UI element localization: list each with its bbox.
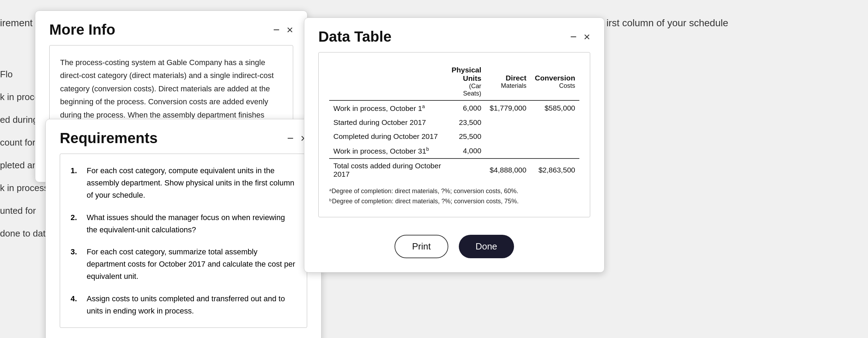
req-text-3: For each cost category, summarize total … <box>87 246 296 283</box>
requirements-title: Requirements <box>60 130 158 147</box>
td-label-total: Total costs added during October 2017 <box>329 159 447 181</box>
td-dm-4 <box>485 143 530 159</box>
td-cc-total: $2,863,500 <box>530 159 579 181</box>
more-info-controls: − × <box>273 24 293 35</box>
table-row-2: Started during October 2017 23,500 <box>329 115 579 129</box>
requirements-list-box: 1. For each cost category, compute equiv… <box>60 154 307 328</box>
data-table-close-button[interactable]: × <box>584 31 590 42</box>
data-table-print-button[interactable]: Print <box>395 235 448 258</box>
td-units-4: 4,000 <box>447 143 485 159</box>
th-description <box>329 63 447 100</box>
td-cc-1: $585,000 <box>530 100 579 115</box>
th-conversion-costs: Conversion Costs <box>530 63 579 100</box>
footnote-b: ᵇDegree of completion: direct materials,… <box>329 196 579 206</box>
td-dm-3 <box>485 129 530 143</box>
req-number-2: 2. <box>71 211 81 236</box>
bg-column-text: irst column of your schedule <box>606 17 728 29</box>
td-dm-2 <box>485 115 530 129</box>
td-label-3: Completed during October 2017 <box>329 129 447 143</box>
td-units-2: 23,500 <box>447 115 485 129</box>
footnote-a: ᵃDegree of completion: direct materials,… <box>329 186 579 196</box>
data-table-body: Physical Units (Car Seats) Direct Materi… <box>304 52 604 228</box>
more-info-title: More Info <box>49 21 115 38</box>
req-number-1: 1. <box>71 164 81 202</box>
sup-4: b <box>426 146 429 152</box>
table-row-3: Completed during October 2017 25,500 <box>329 129 579 143</box>
td-dm-1: $1,779,000 <box>485 100 530 115</box>
td-cc-4 <box>530 143 579 159</box>
data-table-container: Physical Units (Car Seats) Direct Materi… <box>318 52 590 217</box>
more-info-minimize-button[interactable]: − <box>273 24 280 35</box>
data-table-modal: Data Table − × Physical Units (Car Seats… <box>304 17 605 273</box>
requirement-item-1: 1. For each cost category, compute equiv… <box>71 164 296 202</box>
requirements-modal: Requirements − × 1. For each cost catego… <box>45 119 321 338</box>
data-table-controls: − × <box>570 31 590 42</box>
td-units-1: 6,000 <box>447 100 485 115</box>
data-table-done-button[interactable]: Done <box>459 235 514 258</box>
data-table-title: Data Table <box>318 28 391 45</box>
req-text-1: For each cost category, compute equivale… <box>87 164 296 202</box>
td-label-4: Work in process, October 31b <box>329 143 447 159</box>
req-text-2: What issues should the manager focus on … <box>87 211 296 236</box>
data-table-header-row: Physical Units (Car Seats) Direct Materi… <box>329 63 579 100</box>
th-physical-units: Physical Units (Car Seats) <box>447 63 485 100</box>
data-table-footnotes: ᵃDegree of completion: direct materials,… <box>329 186 579 206</box>
req-text-4: Assign costs to units completed and tran… <box>87 293 296 317</box>
requirement-item-2: 2. What issues should the manager focus … <box>71 211 296 236</box>
td-label-2: Started during October 2017 <box>329 115 447 129</box>
requirements-body: 1. For each cost category, compute equiv… <box>46 154 321 338</box>
td-units-total <box>447 159 485 181</box>
more-info-close-button[interactable]: × <box>287 24 293 35</box>
td-cc-2 <box>530 115 579 129</box>
data-table-header: Data Table − × <box>304 18 604 52</box>
table-row-total: Total costs added during October 2017 $4… <box>329 159 579 181</box>
data-table-footer: Print Done <box>304 228 604 272</box>
td-dm-total: $4,888,000 <box>485 159 530 181</box>
table-row-4: Work in process, October 31b 4,000 <box>329 143 579 159</box>
more-info-header: More Info − × <box>35 11 307 45</box>
requirement-item-4: 4. Assign costs to units completed and t… <box>71 293 296 317</box>
req-number-3: 3. <box>71 246 81 283</box>
data-table-minimize-button[interactable]: − <box>570 31 577 42</box>
requirements-header: Requirements − × <box>46 119 321 154</box>
sup-1: a <box>422 104 425 109</box>
td-units-3: 25,500 <box>447 129 485 143</box>
req-number-4: 4. <box>71 293 81 317</box>
td-cc-3 <box>530 129 579 143</box>
td-label-1: Work in process, October 1a <box>329 100 447 115</box>
th-direct-materials: Direct Materials <box>485 63 530 100</box>
requirements-list: 1. For each cost category, compute equiv… <box>71 164 296 317</box>
data-table: Physical Units (Car Seats) Direct Materi… <box>329 63 579 181</box>
requirements-minimize-button[interactable]: − <box>287 133 294 144</box>
requirement-item-3: 3. For each cost category, summarize tot… <box>71 246 296 283</box>
table-row-1: Work in process, October 1a 6,000 $1,779… <box>329 100 579 115</box>
